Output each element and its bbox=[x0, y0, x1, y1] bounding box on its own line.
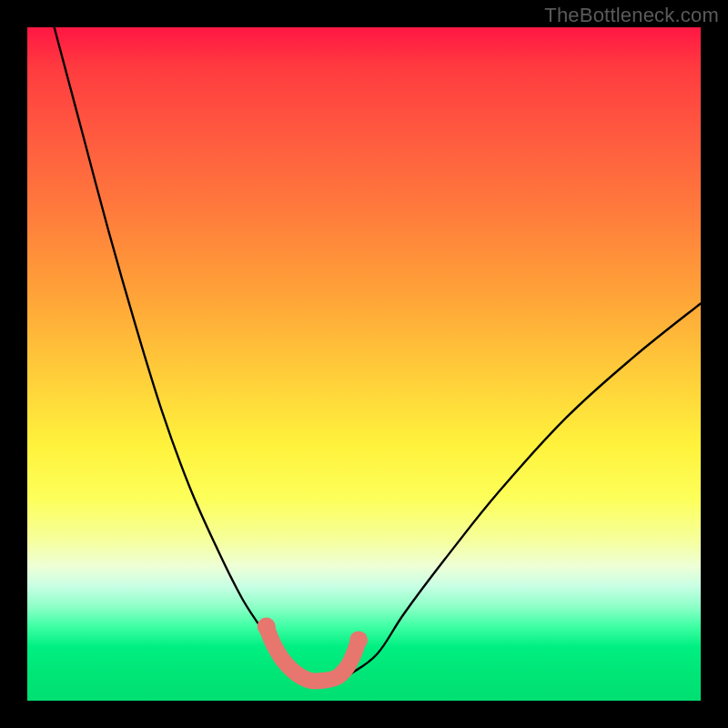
chart-overlay bbox=[27, 27, 701, 701]
bottleneck-curve bbox=[55, 27, 701, 681]
watermark-text: TheBottleneck.com bbox=[544, 4, 719, 27]
chart-frame: TheBottleneck.com bbox=[0, 0, 728, 728]
marker-dot bbox=[349, 631, 368, 649]
optimal-zone-marker bbox=[267, 627, 359, 682]
marker-dot bbox=[258, 618, 276, 636]
